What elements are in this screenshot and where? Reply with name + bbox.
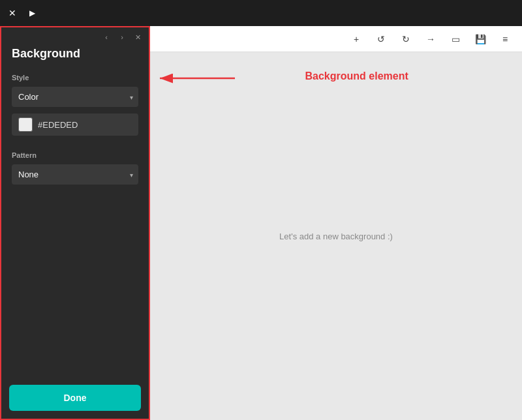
redo-button[interactable]: ↻ <box>397 30 415 48</box>
pattern-label: Pattern <box>12 151 138 159</box>
panel-header: ‹ › ✕ <box>1 27 149 47</box>
nav-prev-button[interactable]: ‹ <box>100 31 112 43</box>
style-select[interactable]: Color Gradient Image <box>12 87 138 107</box>
pattern-select-wrapper: None Dots Lines Crosses ▾ <box>12 164 138 185</box>
done-button[interactable]: Done <box>9 385 141 411</box>
close-icon[interactable]: ✕ <box>5 6 20 20</box>
style-label: Style <box>12 74 138 82</box>
nav-next-button[interactable]: › <box>116 31 128 43</box>
annotation-arrow <box>150 64 522 103</box>
undo-button[interactable]: ↺ <box>372 30 390 48</box>
color-hex-value: #EDEDED <box>38 120 78 130</box>
top-bar: ✕ ▶ <box>0 0 522 26</box>
panel-content-spacer <box>1 190 149 377</box>
play-icon[interactable]: ▶ <box>25 6 39 20</box>
menu-button[interactable]: ≡ <box>496 30 514 48</box>
device-button[interactable]: ▭ <box>446 30 465 48</box>
add-button[interactable]: + <box>347 30 365 48</box>
canvas-area: + ↺ ↻ → ▭ 💾 ≡ Background element <box>150 26 522 420</box>
forward-button[interactable]: → <box>422 30 440 48</box>
canvas-content: Background element Let's add a new backg… <box>150 52 522 420</box>
annotation-label: Background element <box>305 70 408 82</box>
canvas-toolbar: + ↺ ↻ → ▭ 💾 ≡ <box>150 26 522 52</box>
style-section: Style Color Gradient Image ▾ #EDEDED <box>1 68 149 141</box>
pattern-section: Pattern None Dots Lines Crosses ▾ <box>1 146 149 190</box>
panel-title: Background <box>1 47 149 68</box>
canvas-placeholder-text: Let's add a new background :) <box>279 232 393 241</box>
color-row: #EDEDED <box>12 113 138 136</box>
main-layout: ‹ › ✕ Background Style Color Gradient Im… <box>0 26 522 420</box>
style-select-wrapper: Color Gradient Image ▾ <box>12 87 138 107</box>
save-button[interactable]: 💾 <box>471 30 489 48</box>
color-swatch[interactable] <box>18 117 33 132</box>
panel-close-button[interactable]: ✕ <box>132 31 144 43</box>
pattern-select[interactable]: None Dots Lines Crosses <box>12 164 138 185</box>
left-panel: ‹ › ✕ Background Style Color Gradient Im… <box>0 26 150 420</box>
